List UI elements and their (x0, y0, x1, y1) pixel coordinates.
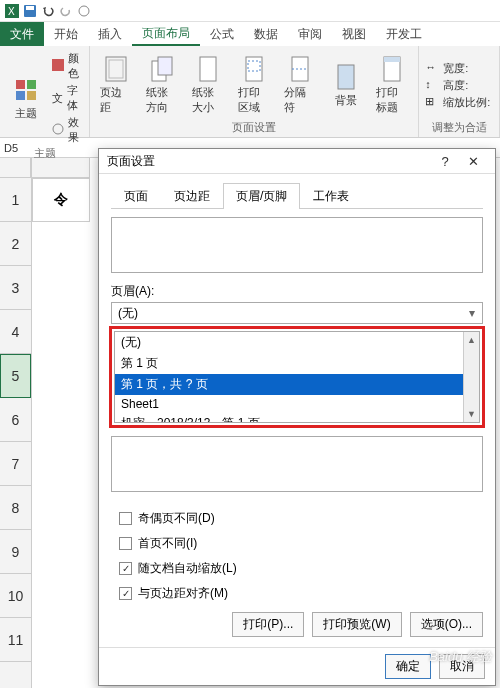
touch-mode-icon[interactable] (76, 3, 92, 19)
tab-developer[interactable]: 开发工 (376, 22, 432, 46)
tab-home[interactable]: 开始 (44, 22, 88, 46)
fonts-button[interactable]: 文字体 (52, 82, 83, 114)
row-header-3[interactable]: 3 (0, 266, 31, 310)
header-label: 页眉(A): (111, 283, 483, 300)
background-button[interactable]: 背景 (326, 50, 366, 120)
row-header-7[interactable]: 7 (0, 442, 31, 486)
tab-formulas[interactable]: 公式 (200, 22, 244, 46)
themes-label: 主题 (15, 106, 37, 121)
dialog-titlebar: 页面设置 ? ✕ (99, 149, 495, 174)
svg-rect-15 (200, 57, 216, 81)
cancel-button[interactable]: 取消 (439, 654, 485, 679)
chevron-down-icon: ▾ (464, 305, 480, 321)
header-preview (111, 217, 483, 273)
scale-group-label: 调整为合适 (425, 120, 493, 135)
checkbox-checked-icon: ✓ (119, 587, 132, 600)
dialog-title: 页面设置 (107, 153, 155, 170)
themes-button[interactable]: 主题 (6, 50, 46, 146)
tab-page-layout[interactable]: 页面布局 (132, 22, 200, 46)
redo-icon[interactable] (58, 3, 74, 19)
checkbox-icon (119, 537, 132, 550)
oddeven-checkbox-row[interactable]: 奇偶页不同(D) (119, 510, 483, 527)
list-item-none[interactable]: (无) (115, 332, 479, 353)
scale-row[interactable]: ⊞缩放比例: (425, 94, 493, 111)
width-row[interactable]: ↔宽度: (425, 60, 493, 77)
width-icon: ↔ (425, 61, 439, 75)
print-button[interactable]: 打印(P)... (232, 612, 304, 637)
svg-rect-8 (27, 91, 36, 100)
row-header-6[interactable]: 6 (0, 398, 31, 442)
tab-review[interactable]: 审阅 (288, 22, 332, 46)
page-setup-dialog: 页面设置 ? ✕ 页面 页边距 页眉/页脚 工作表 页眉(A): (无) ▾ (… (98, 148, 496, 686)
ribbon-tabs: 文件 开始 插入 页面布局 公式 数据 审阅 视图 开发工 (0, 22, 500, 46)
list-item-confidential[interactable]: 机密，2018/3/13，第 1 页 (115, 413, 479, 423)
tab-insert[interactable]: 插入 (88, 22, 132, 46)
margins-icon (102, 55, 130, 83)
background-icon (332, 63, 360, 91)
list-item-page1-of[interactable]: 第 1 页，共 ? 页 (115, 374, 479, 395)
tab-file[interactable]: 文件 (0, 22, 44, 46)
row-header-5[interactable]: 5 (0, 354, 31, 398)
close-button[interactable]: ✕ (459, 151, 487, 171)
options-button[interactable]: 选项(O)... (410, 612, 483, 637)
tab-page[interactable]: 页面 (111, 183, 161, 209)
row-header-1[interactable]: 1 (0, 178, 31, 222)
svg-text:X: X (8, 6, 15, 17)
header-options-list[interactable]: (无) 第 1 页 第 1 页，共 ? 页 Sheet1 机密，2018/3/1… (114, 331, 480, 423)
tab-header-footer[interactable]: 页眉/页脚 (223, 183, 300, 209)
scale-checkbox-row[interactable]: ✓随文档自动缩放(L) (119, 560, 483, 577)
row-header-2[interactable]: 2 (0, 222, 31, 266)
tab-sheet[interactable]: 工作表 (300, 183, 362, 209)
tab-data[interactable]: 数据 (244, 22, 288, 46)
svg-rect-7 (16, 91, 25, 100)
svg-rect-6 (27, 80, 36, 89)
print-titles-button[interactable]: 打印标题 (372, 50, 412, 120)
svg-point-4 (79, 6, 89, 16)
height-icon: ↕ (425, 78, 439, 92)
cell-a1[interactable]: 令 (32, 178, 90, 222)
row-header-4[interactable]: 4 (0, 310, 31, 354)
svg-rect-12 (109, 60, 123, 78)
svg-rect-5 (16, 80, 25, 89)
save-icon[interactable] (22, 3, 38, 19)
list-item-page1[interactable]: 第 1 页 (115, 353, 479, 374)
height-row[interactable]: ↕高度: (425, 77, 493, 94)
checkbox-checked-icon: ✓ (119, 562, 132, 575)
scroll-up-icon[interactable]: ▲ (464, 332, 479, 348)
firstpage-checkbox-row[interactable]: 首页不同(I) (119, 535, 483, 552)
row-header-9[interactable]: 9 (0, 530, 31, 574)
orientation-icon (148, 55, 176, 83)
name-box[interactable]: D5 (4, 142, 64, 154)
row-header-10[interactable]: 10 (0, 574, 31, 618)
size-button[interactable]: 纸张大小 (188, 50, 228, 120)
align-checkbox-row[interactable]: ✓与页边距对齐(M) (119, 585, 483, 602)
quick-access-toolbar: X (0, 0, 500, 22)
print-area-button[interactable]: 打印区域 (234, 50, 274, 120)
select-all[interactable] (0, 158, 31, 178)
row-header-8[interactable]: 8 (0, 486, 31, 530)
row-headers: 1 2 3 4 5 6 7 8 9 10 11 (0, 158, 32, 688)
effects-icon (52, 123, 64, 137)
tab-view[interactable]: 视图 (332, 22, 376, 46)
tab-margins[interactable]: 页边距 (161, 183, 223, 209)
svg-rect-3 (26, 6, 34, 10)
breaks-button[interactable]: 分隔符 (280, 50, 320, 120)
list-item-sheet[interactable]: Sheet1 (115, 395, 479, 413)
help-button[interactable]: ? (431, 151, 459, 171)
ok-button[interactable]: 确定 (385, 654, 431, 679)
print-preview-button[interactable]: 打印预览(W) (312, 612, 401, 637)
colors-button[interactable]: 颜色 (52, 50, 83, 82)
orientation-button[interactable]: 纸张方向 (142, 50, 182, 120)
dialog-tabs: 页面 页边距 页眉/页脚 工作表 (111, 182, 483, 209)
scroll-down-icon[interactable]: ▼ (464, 406, 479, 422)
size-icon (194, 55, 222, 83)
row-header-11[interactable]: 11 (0, 618, 31, 662)
svg-rect-20 (338, 65, 354, 89)
list-scrollbar[interactable]: ▲ ▼ (463, 332, 479, 422)
undo-icon[interactable] (40, 3, 56, 19)
col-header-a[interactable] (32, 158, 90, 178)
themes-icon (12, 76, 40, 104)
margins-button[interactable]: 页边距 (96, 50, 136, 120)
checkbox-icon (119, 512, 132, 525)
header-combo[interactable]: (无) ▾ (111, 302, 483, 324)
